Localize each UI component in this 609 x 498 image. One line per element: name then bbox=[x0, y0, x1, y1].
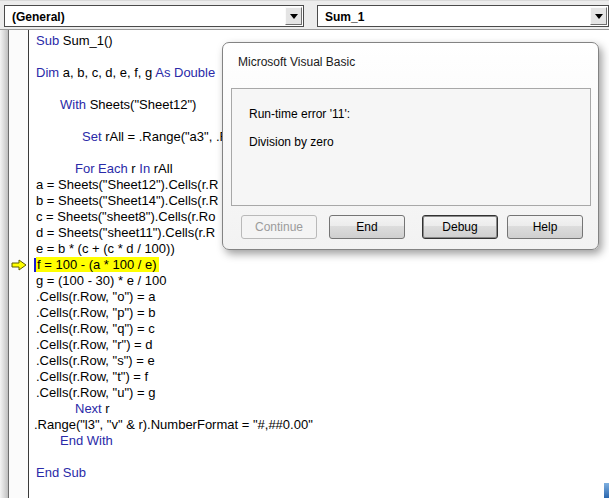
code-line[interactable]: .Cells(r.Row, "q") = c bbox=[30, 321, 609, 337]
margin-indicator-bar[interactable] bbox=[9, 30, 29, 498]
end-button[interactable]: End bbox=[329, 215, 405, 239]
error-description-text: Division by zero bbox=[249, 135, 334, 149]
code-line[interactable]: .Cells(r.Row, "r") = d bbox=[30, 337, 609, 353]
object-dropdown-button[interactable] bbox=[285, 7, 302, 25]
error-message-panel: Run-time error '11': Division by zero bbox=[231, 88, 591, 206]
error-code-text: Run-time error '11': bbox=[249, 107, 350, 121]
chevron-down-icon bbox=[595, 14, 603, 23]
object-dropdown-value: (General) bbox=[12, 10, 65, 24]
runtime-error-dialog: Microsoft Visual Basic Run-time error '1… bbox=[222, 42, 599, 250]
execution-point-arrow-icon bbox=[11, 259, 27, 271]
background-window-fragment bbox=[604, 483, 609, 498]
object-dropdown[interactable]: (General) bbox=[4, 5, 304, 27]
code-line[interactable] bbox=[30, 449, 609, 465]
chevron-down-icon bbox=[290, 14, 298, 23]
text-caret bbox=[34, 258, 36, 272]
continue-button: Continue bbox=[241, 215, 317, 239]
help-button[interactable]: Help bbox=[507, 215, 583, 239]
code-line[interactable]: Next r bbox=[30, 401, 609, 417]
code-line[interactable]: End Sub bbox=[30, 465, 609, 481]
code-line[interactable]: .Range("l3", "v" & r).NumberFormat = "#,… bbox=[30, 417, 609, 433]
procedure-dropdown-button[interactable] bbox=[590, 7, 607, 25]
code-line[interactable]: .Cells(r.Row, "t") = f bbox=[30, 369, 609, 385]
code-line[interactable]: g = (100 - 30) * e / 100 bbox=[30, 273, 609, 289]
code-line[interactable]: End With bbox=[30, 433, 609, 449]
window-edge bbox=[0, 30, 9, 498]
dialog-title: Microsoft Visual Basic bbox=[238, 55, 355, 69]
code-line[interactable]: .Cells(r.Row, "u") = g bbox=[30, 385, 609, 401]
vbe-toolbar: (General) Sum_1 bbox=[0, 0, 609, 30]
code-line[interactable]: .Cells(r.Row, "s") = e bbox=[30, 353, 609, 369]
debug-button[interactable]: Debug bbox=[422, 215, 498, 239]
code-line[interactable]: .Cells(r.Row, "o") = a bbox=[30, 289, 609, 305]
procedure-dropdown[interactable]: Sum_1 bbox=[317, 5, 609, 27]
code-line[interactable]: .Cells(r.Row, "p") = b bbox=[30, 305, 609, 321]
procedure-dropdown-value: Sum_1 bbox=[325, 10, 364, 24]
code-line-execution[interactable]: f = 100 - (a * 100 / e) bbox=[30, 257, 609, 273]
